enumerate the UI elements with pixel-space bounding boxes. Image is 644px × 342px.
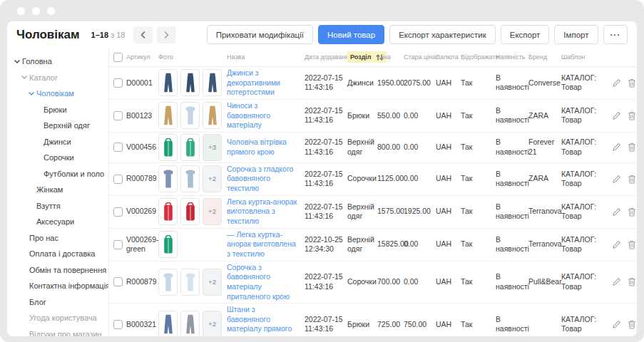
edit-button[interactable] — [612, 320, 621, 329]
sidebar-item[interactable]: Сорочки — [7, 150, 108, 166]
window-dot[interactable] — [47, 7, 55, 15]
sidebar-item[interactable]: Контактна інформація — [7, 278, 108, 294]
edit-button[interactable] — [612, 111, 621, 120]
select-all-checkbox[interactable] — [113, 53, 123, 62]
product-photo[interactable] — [180, 165, 200, 192]
product-photo[interactable] — [158, 269, 178, 296]
row-checkbox[interactable] — [113, 142, 123, 152]
product-photo[interactable] — [203, 69, 222, 96]
delete-button[interactable] — [628, 78, 636, 88]
product-name-link[interactable]: Чиноси з бавовняного матеріалу — [227, 101, 305, 130]
table-body: D00001Джинси з декоративними потертостям… — [109, 67, 637, 336]
more-photos-badge[interactable]: +2 — [203, 165, 222, 192]
pencil-icon — [612, 240, 621, 249]
product-availability: В наявності — [496, 106, 528, 125]
more-button[interactable]: ··· — [603, 25, 628, 44]
sidebar-item-label: Про нас — [29, 234, 58, 242]
hide-modifications-button[interactable]: Приховати модифікації — [207, 25, 313, 44]
product-photo[interactable] — [158, 165, 178, 192]
sidebar-item[interactable]: Угода користувача — [7, 310, 108, 326]
more-photos-badge[interactable]: +2 — [203, 269, 222, 296]
trash-icon — [628, 78, 636, 88]
delete-button[interactable] — [628, 277, 636, 286]
edit-button[interactable] — [612, 78, 621, 88]
pagination-prev-button[interactable] — [133, 26, 153, 43]
chevron-down-icon[interactable] — [21, 76, 29, 79]
delete-button[interactable] — [628, 142, 636, 152]
row-checkbox[interactable] — [113, 277, 123, 286]
edit-button[interactable] — [612, 142, 621, 152]
product-photo[interactable] — [158, 231, 178, 258]
product-name-link[interactable]: Джинси з декоративними потертостями — [227, 68, 305, 98]
product-old-price: 1925.00 — [404, 207, 436, 217]
delete-button[interactable] — [628, 111, 636, 120]
column-header-brand: Бренд — [528, 53, 561, 61]
product-name-link[interactable]: Штани з бавовняного матеріалу прямого кр… — [227, 305, 305, 336]
export-button[interactable]: Експорт — [501, 25, 550, 44]
product-photo[interactable] — [158, 102, 178, 129]
edit-button[interactable] — [612, 277, 621, 286]
product-currency: UAH — [436, 78, 461, 88]
chevron-down-icon[interactable] — [29, 92, 36, 95]
sidebar-item[interactable]: Блог — [7, 294, 108, 311]
product-photo[interactable] — [158, 134, 178, 161]
window-dot[interactable] — [17, 7, 25, 15]
sidebar-item[interactable]: Джинси — [7, 134, 108, 150]
edit-button[interactable] — [612, 175, 621, 184]
sidebar-item[interactable]: Головна — [7, 53, 108, 70]
product-photo[interactable] — [158, 198, 178, 225]
column-header-section[interactable]: Розділ — [347, 51, 377, 63]
row-checkbox[interactable] — [113, 175, 123, 184]
chevron-down-icon[interactable] — [14, 60, 22, 63]
column-header-old_price: Стара ціна — [404, 53, 436, 61]
import-button[interactable]: Імпорт — [554, 25, 598, 44]
row-checkbox[interactable] — [113, 111, 123, 120]
row-checkbox[interactable] — [113, 78, 123, 88]
sidebar-item[interactable]: Жінкам — [7, 182, 108, 198]
more-photos-badge[interactable]: +3 — [203, 134, 222, 161]
edit-button[interactable] — [612, 207, 621, 217]
product-photo[interactable] — [180, 102, 200, 129]
sidebar-item[interactable]: Брюки — [7, 102, 108, 118]
product-name-link[interactable]: Легка куртка-анорак виготовлена з тексти… — [227, 197, 305, 227]
row-checkbox[interactable] — [113, 207, 123, 217]
export-characteristics-button[interactable]: Експорт характеристик — [389, 25, 496, 44]
sidebar-item[interactable]: Чоловікам — [7, 86, 108, 102]
product-photo[interactable] — [203, 102, 222, 129]
row-checkbox[interactable] — [113, 320, 123, 329]
product-name-link[interactable]: — Легка куртка-анорак виготовлена з текс… — [227, 230, 305, 259]
product-name-link[interactable]: Чоловіча вітрівка прямого крою — [227, 138, 305, 157]
more-photos-badge[interactable]: +2 — [203, 198, 222, 225]
sidebar-item[interactable]: Аксесуари — [7, 214, 108, 230]
delete-button[interactable] — [628, 240, 636, 249]
app-window: Чоловікам 1–18 з 18 Приховати модифікаці… — [0, 0, 644, 342]
sidebar-item[interactable]: Верхній одяг — [7, 118, 108, 134]
product-photo[interactable] — [180, 269, 200, 296]
product-photo[interactable] — [180, 198, 200, 225]
pagination-next-button[interactable] — [157, 26, 176, 43]
sidebar-item[interactable]: Відгуки про магазин — [7, 326, 108, 337]
sidebar-item[interactable]: Про нас — [7, 230, 108, 247]
delete-button[interactable] — [628, 207, 636, 217]
delete-button[interactable] — [628, 175, 636, 184]
product-name-link[interactable]: Сорочка з гладкого бавовняного текстилю — [227, 165, 305, 194]
window-dot[interactable] — [32, 7, 40, 15]
product-photo[interactable] — [180, 69, 200, 96]
product-photo[interactable] — [158, 69, 178, 96]
new-product-button[interactable]: Новий товар — [318, 25, 384, 44]
more-photos-badge[interactable]: +2 — [203, 311, 222, 336]
sidebar-item[interactable]: Обмін та повернення — [7, 262, 108, 279]
column-header-label: Розділ — [350, 53, 372, 61]
product-photo[interactable] — [180, 134, 200, 161]
row-checkbox[interactable] — [113, 240, 123, 249]
product-photo[interactable] — [158, 311, 178, 336]
edit-button[interactable] — [612, 240, 621, 249]
sidebar-item[interactable]: Футболки и поло — [7, 166, 108, 182]
delete-button[interactable] — [628, 320, 636, 329]
sidebar-item[interactable]: Оплата і доставка — [7, 246, 108, 262]
product-photo[interactable] — [180, 311, 200, 336]
sidebar-item[interactable]: Каталог — [7, 70, 108, 86]
sidebar-item[interactable]: Взуття — [7, 198, 108, 214]
product-name-link[interactable]: Сорочка з бавовняного матеріалу притален… — [227, 263, 305, 302]
row-actions — [612, 78, 637, 88]
